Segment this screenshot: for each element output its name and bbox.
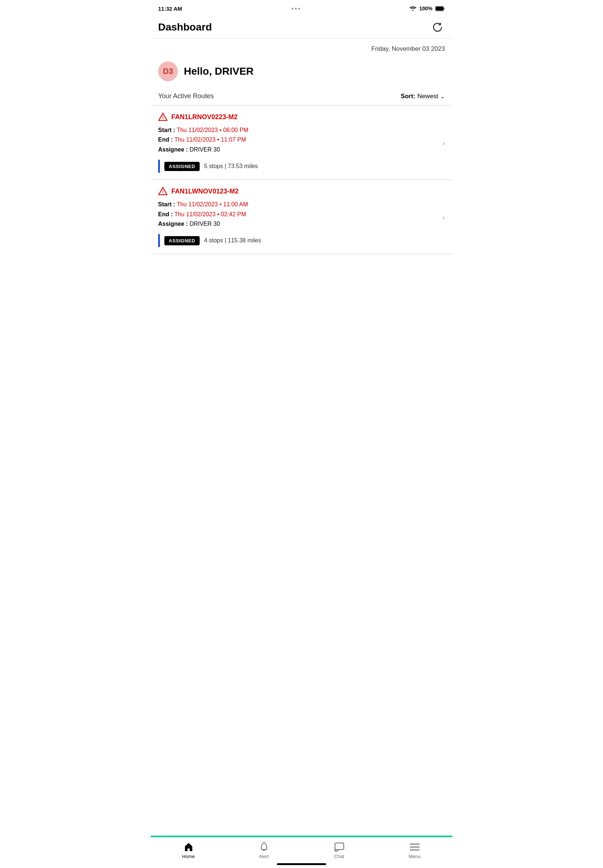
routes-section-title: Your Active Routes [158, 92, 213, 100]
start-label-2: Start : [158, 201, 175, 207]
start-label-1: Start : [158, 127, 175, 133]
status-icons: 100% [410, 6, 445, 11]
assignee-label-2: Assignee : [158, 221, 188, 227]
route-id-1: FAN1LRNOV0223-M2 [171, 113, 238, 121]
battery-percent: 100% [419, 6, 432, 11]
svg-rect-1 [436, 7, 444, 10]
blue-bar-1 [158, 159, 160, 173]
route-details-2: Start : Thu 11/02/2023 • 11:00 AM End : … [158, 200, 445, 229]
greeting-text: Hello, DRIVER [184, 65, 254, 77]
route-header-1: ! FAN1LRNOV0223-M2 [158, 112, 445, 122]
svg-text:!: ! [162, 115, 164, 120]
greeting-section: D3 Hello, DRIVER [151, 56, 452, 89]
wifi-icon [410, 6, 416, 11]
end-value-2: Thu 11/02/2023 • 02:42 PM [174, 211, 246, 217]
refresh-button[interactable] [430, 20, 445, 34]
assigned-badge-1: ASSIGNED [164, 162, 199, 171]
end-value-1: Thu 11/02/2023 • 11:07 PM [174, 136, 246, 143]
route-footer-2: ASSIGNED 4 stops | 115.38 miles [158, 234, 445, 247]
assignee-value-2: DRIVER 30 [189, 221, 220, 227]
status-dots [292, 8, 300, 9]
blue-bar-2 [158, 234, 160, 247]
chevron-down-icon: ⌄ [441, 93, 445, 99]
warning-icon-1: ! [158, 112, 168, 122]
sort-value: Newest [417, 93, 438, 100]
dot-1 [292, 8, 294, 9]
end-label-2: End : [158, 211, 173, 217]
sort-dropdown[interactable]: Sort: Newest ⌄ [401, 93, 445, 100]
warning-icon-2: ! [158, 186, 168, 196]
header: Dashboard [151, 16, 452, 39]
end-label-1: End : [158, 136, 173, 143]
route-card-1[interactable]: ! FAN1LRNOV0223-M2 Start : Thu 11/02/202… [151, 105, 452, 180]
route-header-2: ! FAN1LWNOV0123-M2 [158, 186, 445, 196]
sort-label: Sort: [401, 93, 416, 100]
start-value-1: Thu 11/02/2023 • 06:00 PM [176, 127, 248, 133]
chevron-right-icon-1: › [442, 138, 445, 147]
refresh-icon [432, 21, 444, 33]
dot-2 [295, 8, 297, 9]
route-stats-2: 4 stops | 115.38 miles [204, 237, 261, 244]
assigned-badge-2: ASSIGNED [164, 236, 199, 245]
route-id-2: FAN1LWNOV0123-M2 [171, 187, 239, 195]
assignee-label-1: Assignee : [158, 146, 188, 153]
status-time: 11:32 AM [158, 6, 182, 12]
start-value-2: Thu 11/02/2023 • 11:00 AM [176, 201, 248, 207]
route-stats-1: 5 stops | 73.53 miles [204, 163, 258, 170]
routes-header: Your Active Routes Sort: Newest ⌄ [151, 89, 452, 105]
status-bar: 11:32 AM 100% [151, 0, 452, 16]
page-title: Dashboard [158, 21, 212, 33]
avatar: D3 [158, 62, 178, 81]
route-details-1: Start : Thu 11/02/2023 • 06:00 PM End : … [158, 125, 445, 155]
dot-3 [298, 8, 300, 9]
date-display: Friday, November 03 2023 [151, 39, 452, 56]
svg-text:!: ! [162, 189, 164, 195]
chevron-right-icon-2: › [442, 213, 445, 221]
assignee-value-1: DRIVER 30 [189, 146, 220, 153]
route-card-2[interactable]: ! FAN1LWNOV0123-M2 Start : Thu 11/02/202… [151, 180, 452, 254]
route-footer-1: ASSIGNED 5 stops | 73.53 miles [158, 159, 445, 173]
battery-icon [435, 6, 445, 11]
